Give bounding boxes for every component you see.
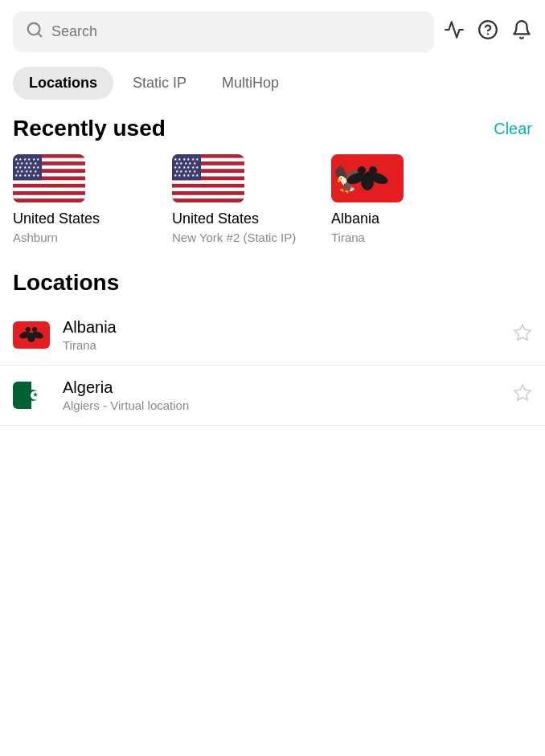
svg-rect-34 [172,195,244,199]
bell-icon[interactable] [511,19,532,45]
svg-rect-12 [13,184,85,188]
svg-rect-13 [13,188,85,192]
flag-algeria-list [13,382,50,409]
speed-icon[interactable] [444,19,465,45]
search-input[interactable] [51,23,421,40]
recent-city-albania: Tirana [331,231,365,244]
recently-used-title: Recently used [13,116,166,141]
recent-city-us-ashburn: Ashburn [13,231,58,244]
svg-text:★ ★ ★ ★ ★ ★: ★ ★ ★ ★ ★ ★ [174,173,199,178]
tab-locations[interactable]: Locations [13,67,113,100]
recent-country-us-ashburn: United States [13,210,100,228]
flag-albania-recent: 🦅 ⬆ [331,154,404,202]
recent-item-us-ashburn[interactable]: ★ ★ ★ ★ ★ ★ ★ ★ ★ ★ ★ ★ ★ ★ ★ ★ ★ ★ ★ ★ … [13,154,166,244]
recent-item-albania[interactable]: 🦅 ⬆ [331,154,484,244]
search-input-wrapper[interactable] [13,11,434,52]
svg-rect-15 [13,195,85,199]
location-item-albania[interactable]: Albania Tirana [0,305,545,366]
recent-item-us-newyork[interactable]: ★ ★ ★ ★ ★ ★ ★ ★ ★ ★ ★ ★ ★ ★ ★ ★ ★ ★ ★ ★ … [172,154,325,244]
recent-items: ★ ★ ★ ★ ★ ★ ★ ★ ★ ★ ★ ★ ★ ★ ★ ★ ★ ★ ★ ★ … [0,154,545,264]
location-item-algeria[interactable]: Algeria Algiers - Virtual location [0,366,545,426]
tabs-container: Locations Static IP MultiHop [0,63,545,109]
recent-country-albania: Albania [331,210,379,228]
recent-country-us-newyork: United States [172,210,259,228]
location-name-albania: Albania [63,318,513,337]
svg-rect-31 [172,184,244,188]
svg-rect-35 [172,198,244,202]
svg-text:★ ★ ★ ★ ★ ★: ★ ★ ★ ★ ★ ★ [14,173,40,178]
svg-rect-16 [13,198,85,202]
svg-rect-11 [13,180,85,184]
tab-multihop[interactable]: MultiHop [206,67,295,100]
locations-list: Albania Tirana Algeria Algiers - Virtual… [0,305,545,426]
svg-marker-66 [514,385,531,400]
star-algeria[interactable] [513,383,532,407]
svg-rect-33 [172,191,244,195]
location-name-algeria: Algeria [63,378,513,397]
svg-rect-30 [172,180,244,184]
flag-albania-list [13,321,50,349]
svg-rect-32 [172,188,244,192]
clear-button[interactable]: Clear [494,120,532,138]
help-icon[interactable] [477,19,498,45]
recent-city-us-newyork: New York #2 (Static IP) [172,231,296,244]
location-info-albania: Albania Tirana [63,318,513,352]
locations-section-title: Locations [0,264,545,305]
recently-used-header: Recently used Clear [0,109,545,154]
location-city-algeria: Algiers - Virtual location [63,398,513,412]
flag-us-ashburn: ★ ★ ★ ★ ★ ★ ★ ★ ★ ★ ★ ★ ★ ★ ★ ★ ★ ★ ★ ★ … [13,154,85,202]
header-icons [444,19,532,45]
location-city-albania: Tirana [63,338,513,352]
search-bar [0,0,545,63]
flag-us-newyork: ★ ★ ★ ★ ★ ★ ★ ★ ★ ★ ★ ★ ★ ★ ★ ★ ★ ★ ★ ★ … [172,154,244,202]
svg-marker-60 [514,325,531,340]
search-icon [26,21,43,43]
location-info-algeria: Algeria Algiers - Virtual location [63,378,513,412]
tab-static-ip[interactable]: Static IP [117,67,203,100]
star-albania[interactable] [513,323,532,347]
svg-line-1 [38,33,41,36]
svg-rect-14 [13,191,85,195]
